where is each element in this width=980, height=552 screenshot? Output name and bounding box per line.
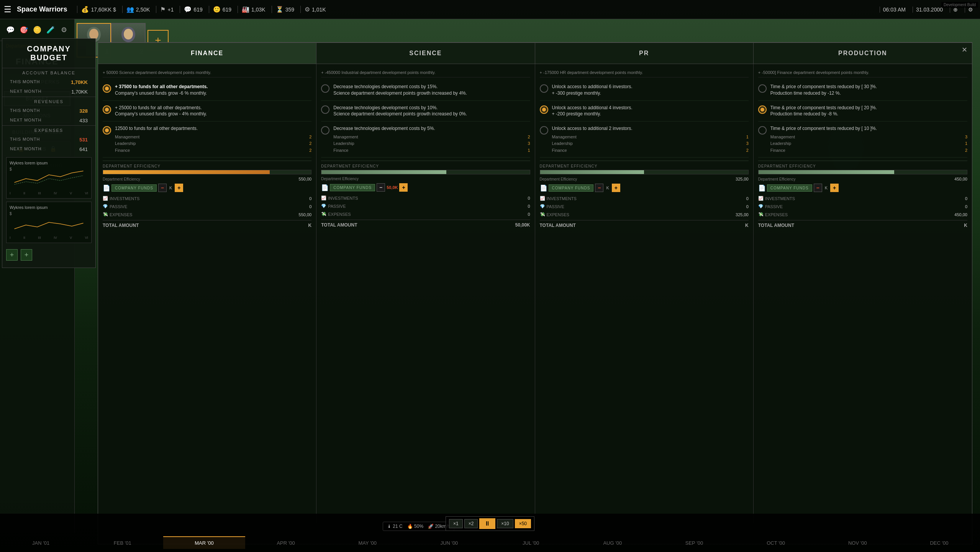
production-efficiency-value: 450,00	[954, 177, 967, 181]
sidebar-icon-target[interactable]: 🎯	[19, 23, 29, 37]
production-efficiency-sublabel: Department Efficiency	[758, 177, 796, 181]
month-mar00[interactable]: MAR '00	[163, 536, 245, 549]
speed-x1-button[interactable]: ×1	[449, 519, 463, 528]
exp-this-label: THIS MONTH	[10, 137, 40, 143]
production-perk-2-radio[interactable]	[758, 105, 767, 114]
production-investments-val: 0	[965, 196, 967, 201]
sci-exp-icon: 💸	[321, 212, 326, 217]
finance-window-close[interactable]: ✕	[962, 46, 967, 54]
pr-perk-2-radio[interactable]	[540, 105, 548, 114]
speed-x50-button[interactable]: ×50	[515, 519, 531, 528]
stat-flask: ⏳ 359	[272, 6, 298, 13]
science-perk-1-radio[interactable]	[321, 84, 329, 93]
revenues-this-month: THIS MONTH 328	[2, 106, 95, 116]
pr-efficiency-label: DEPARTMENT EFFICIENCY	[540, 164, 749, 168]
science-funds-plus[interactable]: +	[399, 183, 408, 192]
month-dec00[interactable]: DEC '00	[898, 536, 980, 549]
pr-funds-badge: COMPANY FUNDS	[549, 184, 594, 192]
month-oct00[interactable]: OCT '00	[735, 536, 817, 549]
sidebar-icon-settings[interactable]: ⚙	[59, 23, 69, 37]
sidebar-icon-chat[interactable]: 💬	[6, 23, 15, 37]
pr-funds-icon: 📄	[540, 184, 547, 192]
next-month-label: NEXT MONTH	[10, 89, 42, 95]
pr-funds-plus[interactable]: +	[612, 184, 620, 192]
science-efficiency-sublabel: Department Efficiency	[321, 177, 359, 181]
sidebar-icon-row: 💬 🎯 🪙 🧪 ⚙	[0, 19, 74, 41]
account-this-month: THIS MONTH 1,70KK	[2, 77, 95, 87]
stat-plus-one: ⚑ +1	[156, 6, 177, 13]
finance-investments-row: 📈INVESTMENTS 0	[103, 194, 311, 202]
finance-perk-2-radio[interactable]	[103, 105, 111, 114]
pr-funds-row: 📄 COMPANY FUNDS − K +	[540, 184, 749, 192]
tab-production[interactable]: PRODUCTION	[754, 43, 972, 64]
finance-perk-1-radio[interactable]	[103, 84, 111, 93]
month-feb01[interactable]: FEB '01	[82, 536, 163, 549]
pause-button[interactable]: ⏸	[479, 518, 495, 529]
tab-pr[interactable]: PR	[535, 43, 754, 64]
science-perk-2-radio[interactable]	[321, 105, 329, 114]
finance-funds-k: K	[168, 186, 173, 190]
month-aug00[interactable]: AUG '00	[572, 536, 653, 549]
speed-x10-button[interactable]: ×10	[497, 519, 513, 528]
production-funds-plus[interactable]: +	[830, 184, 839, 192]
finance-perk-3-radio[interactable]	[103, 126, 111, 135]
speed-x2-button[interactable]: ×2	[464, 519, 478, 528]
account-balance-header: ACCOUNT BALANCE	[2, 68, 95, 77]
tab-science[interactable]: SCIENCE	[316, 43, 535, 64]
production-perk-3-radio[interactable]	[758, 126, 767, 135]
account-next-month: NEXT MONTH 1,70KK	[2, 87, 95, 97]
gear-value: 1,01K	[312, 7, 326, 13]
finance-window: ✕ FINANCE SCIENCE PR PRODUCTION + 50000 …	[98, 42, 972, 544]
chart-add-btn-2[interactable]: +	[21, 249, 32, 261]
expenses-icon: 💸	[103, 212, 108, 217]
finance-expenses-val: 550,00	[299, 212, 312, 217]
pr-perk-1-radio[interactable]	[540, 84, 548, 93]
production-perk-1-text: Time & price of component tests reduced …	[770, 84, 967, 97]
timeline: JAN '01 FEB '01 MAR '00 APR '00 MAY '00 …	[0, 536, 980, 549]
pr-perk-3-radio[interactable]	[540, 126, 548, 135]
finance-efficiency-label: DEPARTMENT EFFICIENCY	[103, 164, 311, 168]
top-bar: ☰ Space Warriors 💰 17,60KK $ 👥 2,50K ⚑ +…	[0, 0, 980, 19]
month-nov00[interactable]: NOV '00	[817, 536, 898, 549]
month-sep00[interactable]: SEP '00	[653, 536, 735, 549]
rev-this-value: 328	[79, 108, 88, 114]
finance-perk-3-text: 12500 to funds for all other departments…	[115, 125, 311, 153]
production-perk-3-text: Time & price of component tests reduced …	[770, 125, 967, 153]
finance-perk-3: 12500 to funds for all other departments…	[103, 122, 311, 158]
pr-perk-3: Unlock access to additional 2 investors.…	[540, 122, 749, 158]
science-perk-3-radio[interactable]	[321, 126, 329, 135]
month-jul00[interactable]: JUL '00	[490, 536, 572, 549]
month-apr00[interactable]: APR '00	[245, 536, 327, 549]
production-efficiency-label: DEPARTMENT EFFICIENCY	[758, 164, 967, 168]
pr-top-desc: + -175000 HR department development poin…	[540, 68, 749, 77]
pr-investments-val: 0	[746, 196, 749, 201]
passive-icon: 💎	[103, 204, 108, 209]
chat-value: 619	[193, 7, 202, 13]
month-jun00[interactable]: JUN '00	[408, 536, 490, 549]
stat-money: 💰 17,60KK $	[77, 6, 120, 13]
sidebar-icon-flask[interactable]: 🧪	[46, 23, 55, 37]
finance-funds-minus[interactable]: −	[158, 184, 167, 192]
chart-add-btn-1[interactable]: +	[6, 249, 18, 261]
tab-finance[interactable]: FINANCE	[98, 43, 316, 64]
finance-expenses-row: 💸EXPENSES 550,00	[103, 210, 311, 219]
science-funds-minus[interactable]: −	[377, 183, 385, 192]
budget-panel: COMPANY BUDGET ACCOUNT BALANCE THIS MONT…	[2, 38, 96, 268]
sidebar-icon-coin[interactable]: 🪙	[33, 23, 42, 37]
chat-icon: 💬	[184, 6, 192, 13]
production-perk-1-radio[interactable]	[758, 84, 767, 93]
skill-mgmt-label: Management	[115, 134, 308, 140]
chart-1-label: Wykres lorem ipsum	[10, 161, 88, 165]
skill-mgmt-val: 2	[309, 134, 311, 140]
prod-fin-label: Finance	[770, 148, 964, 153]
chart-1-area: $	[10, 167, 88, 190]
menu-icon[interactable]: ☰	[4, 5, 11, 15]
month-may00[interactable]: MAY '00	[327, 536, 408, 549]
month-jan01[interactable]: JAN '01	[0, 536, 82, 549]
production-funds-minus[interactable]: −	[814, 184, 822, 192]
exp-this-value: 531	[79, 137, 88, 143]
pr-funds-minus[interactable]: −	[595, 184, 603, 192]
stat-people: 🙂 619	[209, 6, 235, 13]
finance-funds-plus[interactable]: +	[175, 184, 183, 192]
prod-mgmt-label: Management	[770, 134, 964, 140]
